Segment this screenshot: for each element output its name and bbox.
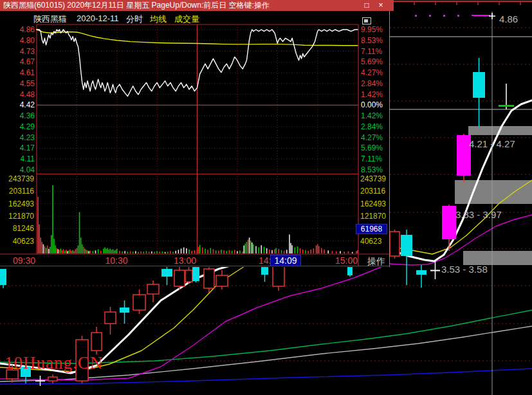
price-axis-label: 4.04 (15, 166, 35, 174)
candle-down (347, 267, 353, 275)
pct-axis-label: 4.27% (361, 134, 383, 142)
volume-axis-label-left: 121870 (8, 212, 34, 220)
volume-axis-label-right: 40623 (360, 237, 381, 245)
magenta-dot (429, 15, 431, 17)
pct-axis-label: 1.42% (361, 91, 383, 98)
price-axis-label: 4.86 (15, 26, 35, 33)
popup-title: 陕西黑猫(601015) 2020年12月11日 星期五 PageUp/Down… (0, 0, 270, 11)
inset-stock-name: 陕西黑猫 (33, 14, 67, 25)
volume-axis-label-left: 243739 (8, 175, 34, 183)
price-axis-label: 4.23 (15, 134, 35, 142)
gray-zone-box (455, 180, 532, 204)
candle-up (147, 284, 159, 294)
volume-axis-label-left: 81246 (8, 225, 34, 232)
candle-up (216, 275, 228, 286)
time-axis-label: 15:00 (335, 256, 358, 265)
volume-axis-label-right: 162493 (360, 200, 386, 208)
pct-axis-label: 8.53% (361, 37, 383, 44)
price-axis-label: 4.29 (15, 123, 35, 131)
action-button[interactable]: 操作 (367, 256, 385, 268)
volume-axis-label-right: 203116 (360, 187, 385, 195)
candle-up (204, 269, 214, 288)
price-annotation: 4.21 - 4.27 (469, 138, 515, 149)
intraday-popup-window: 4.864.804.734.674.614.554.484.424.364.29… (0, 0, 390, 267)
time-axis-label: 10:30 (105, 256, 127, 265)
price-axis-label: 4.73 (15, 48, 35, 55)
candle-down (261, 266, 268, 275)
pct-axis-label: 1.42% (361, 112, 383, 120)
candle-down (416, 270, 427, 275)
volume-axis-label-right: 121870 (360, 212, 386, 220)
cursor-volume-readout: 61968 (356, 224, 387, 234)
candle-up (133, 295, 145, 310)
tab-ma-line[interactable]: 均线 (150, 14, 167, 25)
price-axis-label: 4.61 (15, 69, 35, 77)
price-axis-label: 4.55 (15, 80, 35, 87)
price-axis-label: 4.36 (15, 112, 35, 120)
intraday-chart (0, 0, 390, 267)
volume-axis-label-right: 243739 (360, 175, 386, 183)
volume-axis-label-left: 203116 (8, 187, 34, 195)
tab-volume[interactable]: 成交量 (174, 14, 199, 25)
gray-zone-box (463, 251, 532, 265)
candle-up (174, 270, 185, 286)
pct-axis-label: 9.95% (361, 26, 383, 33)
volume-axis-label-left: 162493 (8, 200, 34, 208)
pct-axis-label: 0.00% (361, 101, 383, 109)
price-annotation: 3.53 - 3.58 (441, 264, 488, 275)
inset-restore-icon[interactable] (362, 17, 371, 24)
maximize-button[interactable]: □ (362, 0, 372, 10)
pct-axis-label: 2.84% (361, 80, 383, 87)
popup-title-bar[interactable]: 陕西黑猫(601015) 2020年12月11日 星期五 PageUp/Down… (0, 0, 394, 11)
pct-axis-label: 7.11% (361, 155, 382, 163)
price-axis-label: 4.48 (15, 91, 35, 98)
price-annotation: 3.83 - 3.97 (455, 209, 502, 220)
candle-up (390, 232, 399, 256)
price-axis-label: 4.80 (15, 37, 35, 44)
magenta-dot (415, 15, 417, 17)
candle-up (105, 312, 116, 324)
pct-axis-label: 7.11% (361, 48, 382, 55)
magenta-dot (443, 15, 445, 17)
pct-axis-label: 8.53% (361, 166, 383, 174)
watermark: 10Huang.CN (5, 353, 103, 373)
price-axis-label: 4.17 (15, 144, 35, 152)
candle-flat-green (499, 105, 514, 107)
time-axis-label: 09:30 (13, 256, 35, 265)
tab-minute-chart[interactable]: 分时 (126, 14, 143, 25)
candle-down (401, 235, 412, 256)
app-screen: 4.864.21 - 4.273.83 - 3.973.53 - 3.58 10… (0, 0, 532, 395)
pct-axis-label: 5.69% (361, 58, 383, 66)
candle-down (192, 266, 199, 281)
candle-up (273, 266, 284, 286)
candle-limit-up (442, 206, 456, 239)
price-annotation: 4.86 (499, 14, 518, 24)
price-axis-label: 4.11 (15, 155, 35, 163)
candle-up (185, 270, 192, 282)
candle-up (91, 333, 102, 351)
candle-down (0, 269, 6, 285)
time-axis-label: 13:00 (174, 256, 196, 265)
volume-axis-label-left: 40623 (8, 237, 34, 245)
cursor-time-readout: 14:09 (270, 255, 301, 266)
candle-down (120, 308, 129, 313)
pct-axis-label: 2.84% (361, 123, 383, 131)
inset-date: 2020-12-11 (77, 14, 119, 23)
magenta-dot (457, 15, 459, 17)
price-axis-label: 4.67 (15, 58, 35, 66)
pct-axis-label: 4.27% (361, 69, 383, 77)
close-button[interactable]: × (376, 0, 386, 10)
candle-down (473, 72, 485, 98)
pct-axis-label: 5.69% (361, 144, 383, 152)
candle-down (161, 269, 172, 277)
candle-up (48, 377, 57, 381)
price-axis-label: 4.42 (15, 101, 35, 109)
